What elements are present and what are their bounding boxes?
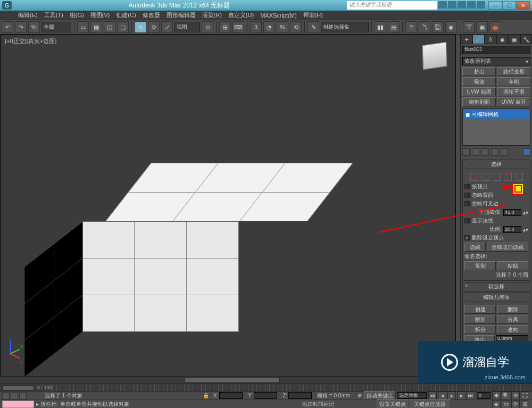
coord-x-input[interactable] bbox=[219, 392, 243, 399]
menu-render[interactable]: 渲染(R) bbox=[199, 11, 225, 19]
rotate-icon[interactable]: ⟳ bbox=[148, 21, 160, 33]
material-icon[interactable]: ◉ bbox=[445, 21, 457, 33]
btn-extrude[interactable]: 挤出 bbox=[462, 67, 496, 76]
link-icon[interactable]: % bbox=[28, 21, 40, 33]
window-icon[interactable]: ▢ bbox=[117, 21, 129, 33]
keyfilter-dropdown[interactable]: 选定对象 bbox=[397, 392, 427, 399]
menu-maxscript[interactable]: MAXScript(M) bbox=[257, 12, 300, 19]
schematic-icon[interactable]: ⿻ bbox=[432, 21, 444, 33]
btn-uvwmap[interactable]: UVW 贴图 bbox=[462, 87, 496, 96]
modifier-list-dropdown[interactable]: 修改器列表▾ bbox=[462, 57, 530, 65]
addtime-link[interactable]: 添加时间标记 bbox=[302, 401, 334, 408]
prev-frame-icon[interactable]: ◂ bbox=[438, 392, 446, 400]
mirror-icon[interactable]: ▮▮ bbox=[375, 21, 386, 33]
align-icon[interactable]: ▤ bbox=[388, 21, 400, 33]
btn-attach[interactable]: 附加 bbox=[464, 315, 496, 324]
btn-paste[interactable]: 粘贴 bbox=[497, 261, 528, 270]
nav-roll-icon[interactable]: ⟳ bbox=[511, 400, 520, 409]
chk-byvertex[interactable] bbox=[464, 184, 470, 189]
undo-icon[interactable]: ↶ bbox=[2, 21, 13, 33]
quickrender-icon[interactable]: 🫖 bbox=[489, 21, 501, 33]
tab-utilities-icon[interactable]: 🔧 bbox=[520, 35, 532, 44]
modifier-stack[interactable]: ◼可编辑网格 bbox=[462, 109, 530, 146]
btn-turn[interactable]: 改向 bbox=[497, 325, 528, 334]
btn-delete[interactable]: 删除 bbox=[497, 305, 528, 314]
btn-lathe[interactable]: 车削 bbox=[497, 77, 530, 86]
menu-modifiers[interactable]: 修改器 bbox=[139, 11, 163, 19]
selectregion-icon[interactable]: ◫ bbox=[104, 21, 115, 33]
btn-uvwunwrap[interactable]: UVW 展开 bbox=[497, 97, 530, 106]
btn-copy[interactable]: 复制 bbox=[464, 261, 496, 270]
rollout-softsel-header[interactable]: 软选择 bbox=[462, 282, 530, 292]
rollout-selection-header[interactable]: 选择 bbox=[462, 160, 530, 169]
normal-scale-input[interactable]: 20.0 bbox=[503, 226, 521, 233]
menu-customize[interactable]: 自定义(U) bbox=[225, 11, 257, 19]
viewport[interactable]: [+0正交][真实+边面] bbox=[0, 35, 456, 384]
renderframe-icon[interactable]: ▣ bbox=[476, 21, 488, 33]
btn-keyfilter[interactable]: 关键点过滤器 bbox=[409, 399, 451, 408]
btn-turbosmooth[interactable]: 涡轮平滑 bbox=[497, 87, 530, 96]
coord-z-input[interactable] bbox=[288, 392, 312, 399]
goto-end-icon[interactable]: ⏭ bbox=[467, 392, 475, 400]
planar-threshold-input[interactable]: 45.0 bbox=[503, 209, 521, 216]
chk-deleteiso[interactable] bbox=[464, 235, 470, 240]
tab-hierarchy-icon[interactable]: ♁ bbox=[485, 35, 496, 44]
search-input[interactable]: 键入关键字或短语 bbox=[347, 1, 437, 10]
menu-tools[interactable]: 工具(T) bbox=[41, 11, 66, 19]
chk-ignoreback[interactable] bbox=[464, 193, 470, 198]
spinnersnap-icon[interactable]: ⟲ bbox=[290, 21, 302, 33]
percentsnap-icon[interactable]: % bbox=[277, 21, 288, 33]
viewport-label[interactable]: [+0正交][真实+边面] bbox=[5, 37, 56, 45]
minimize-button[interactable]: — bbox=[488, 1, 502, 10]
tab-display-icon[interactable]: ▣ bbox=[508, 35, 520, 44]
subobj-element-icon[interactable] bbox=[515, 173, 523, 181]
chk-shownormals[interactable] bbox=[464, 218, 470, 223]
namedselset-dropdown[interactable]: 创建选择集 bbox=[321, 22, 369, 32]
tab-motion-icon[interactable]: ◉ bbox=[496, 35, 508, 44]
coord-y-input[interactable] bbox=[254, 392, 277, 399]
timeconfig-icon[interactable] bbox=[2, 392, 10, 399]
menu-group[interactable]: 组(G) bbox=[66, 11, 87, 19]
maximize-button[interactable]: ☐ bbox=[502, 1, 516, 10]
object-name-input[interactable]: Box001 bbox=[462, 46, 530, 54]
rollout-editgeo-header[interactable]: 编辑几何体 bbox=[462, 293, 530, 302]
subobj-polygon-icon[interactable] bbox=[504, 173, 512, 181]
move-icon[interactable]: ✥ bbox=[135, 21, 146, 33]
nav-maximize-icon[interactable]: ⛶ bbox=[521, 392, 529, 400]
selectname-icon[interactable]: ▦ bbox=[90, 21, 102, 33]
goto-start-icon[interactable]: ⏮ bbox=[428, 392, 437, 400]
nav-fov-icon[interactable]: ▭ bbox=[502, 400, 510, 409]
frame-input[interactable]: 0 bbox=[477, 392, 491, 399]
nav-orbit-icon[interactable]: ⟲ bbox=[511, 392, 520, 400]
menu-edit[interactable]: 编辑(E) bbox=[15, 11, 41, 19]
menu-grapheditor[interactable]: 图形编辑器 bbox=[163, 11, 199, 19]
select-icon[interactable]: ▭ bbox=[77, 21, 89, 33]
layers-icon[interactable]: ≣ bbox=[405, 21, 417, 33]
time-slider[interactable] bbox=[2, 385, 34, 390]
menu-view[interactable]: 视图(V) bbox=[87, 11, 113, 19]
btn-unhideall[interactable]: 全部取消隐藏 bbox=[487, 243, 528, 252]
keyboard-icon[interactable]: ⌨ bbox=[232, 21, 244, 33]
btn-bevelprofile[interactable]: 倒角剖面 bbox=[462, 97, 496, 106]
subobj-edge-icon[interactable] bbox=[481, 173, 489, 181]
timeline-ruler[interactable] bbox=[52, 385, 532, 391]
stack-tools[interactable] bbox=[462, 148, 530, 156]
subobj-vertex-icon[interactable] bbox=[470, 173, 478, 181]
play-icon[interactable]: ▸ bbox=[447, 392, 456, 400]
viewport-scrollbar[interactable] bbox=[0, 376, 460, 384]
btn-create[interactable]: 创建 bbox=[464, 305, 496, 314]
lock-icon[interactable]: 🔒 bbox=[203, 393, 209, 398]
curveeditor-icon[interactable]: 〽 bbox=[419, 21, 430, 33]
layer-dropdown[interactable]: 全部 bbox=[41, 22, 71, 32]
btn-noise[interactable]: 噪波 bbox=[462, 77, 496, 86]
center-icon[interactable]: ⊙ bbox=[202, 21, 213, 33]
subobj-face-icon[interactable] bbox=[493, 173, 501, 181]
menu-bar[interactable]: 编辑(E) 工具(T) 组(G) 视图(V) 创建(C) 修改器 图形编辑器 渲… bbox=[0, 11, 532, 20]
selectmanip-icon[interactable]: ⊞ bbox=[219, 21, 231, 33]
chk-ignorevis[interactable] bbox=[464, 201, 470, 206]
btn-autokey[interactable]: 自动关键点 bbox=[364, 391, 396, 400]
anglesnap-icon[interactable]: ◔ bbox=[263, 21, 275, 33]
menu-help[interactable]: 帮助(H) bbox=[300, 11, 326, 19]
redo-icon[interactable]: ↷ bbox=[15, 21, 27, 33]
tab-modify-icon[interactable]: ☄ bbox=[472, 35, 484, 44]
